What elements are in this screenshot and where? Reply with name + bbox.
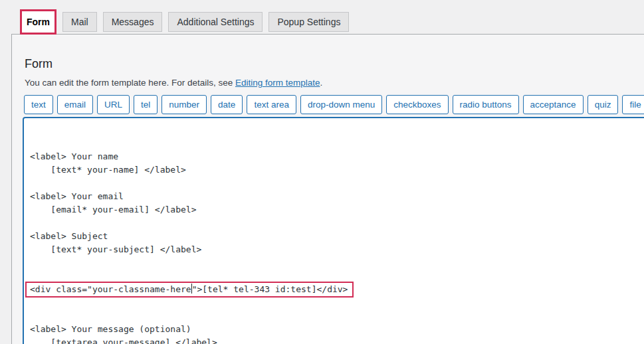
tag-button-email[interactable]: email	[57, 95, 93, 114]
code-after-caret: ">[tel* tel-343 id:test]</div>	[192, 284, 348, 294]
tab-additional-settings[interactable]: Additional Settings	[168, 12, 263, 32]
description-period: .	[320, 78, 323, 88]
tab-mail[interactable]: Mail	[62, 12, 97, 32]
tag-button-acceptance[interactable]: acceptance	[523, 95, 584, 114]
tag-button-radio-buttons[interactable]: radio buttons	[453, 95, 519, 114]
tag-button-date[interactable]: date	[211, 95, 243, 114]
tab-messages[interactable]: Messages	[103, 12, 163, 32]
tag-button-text[interactable]: text	[24, 95, 53, 114]
tag-button-checkboxes[interactable]: checkboxes	[386, 95, 448, 114]
tag-button-number[interactable]: number	[161, 95, 207, 114]
highlight-box-form-tab: Form	[20, 9, 56, 35]
code-lines-before: <label> Your name [text* your-name] </la…	[30, 150, 644, 256]
tag-button-url[interactable]: URL	[97, 95, 130, 114]
panel-title: Form	[25, 56, 644, 72]
form-panel: Form You can edit the form template here…	[11, 34, 644, 344]
tab-popup-settings[interactable]: Popup Settings	[268, 12, 349, 32]
code-lines-after: <label> Your message (optional) [textare…	[30, 323, 644, 344]
panel-description: You can edit the form template here. For…	[25, 78, 644, 88]
tag-button-tel[interactable]: tel	[134, 95, 158, 114]
tag-button-quiz[interactable]: quiz	[588, 95, 619, 114]
tag-generator-toolbar: textemailURLtelnumberdatetext areadrop-d…	[24, 95, 644, 114]
form-template-editor[interactable]: <label> Your name [text* your-name] </la…	[23, 117, 644, 344]
highlight-box-div-line: <div class="your-classname-here">[tel* t…	[25, 282, 354, 298]
tab-form[interactable]: Form	[22, 11, 54, 33]
tag-button-text-area[interactable]: text area	[247, 95, 296, 114]
editor-tab-bar: FormMailMessagesAdditional SettingsPopup…	[20, 9, 349, 35]
tag-button-file[interactable]: file	[622, 95, 644, 114]
description-text: You can edit the form template here. For…	[25, 78, 235, 88]
tag-button-drop-down-menu[interactable]: drop-down menu	[300, 95, 382, 114]
editing-form-template-link[interactable]: Editing form template	[235, 78, 320, 88]
code-before-caret: <div class="your-classname-here	[30, 284, 191, 294]
form-template-code: <label> Your name [text* your-name] </la…	[30, 124, 644, 344]
highlighted-code-line: <div class="your-classname-here">[tel* t…	[30, 283, 644, 296]
